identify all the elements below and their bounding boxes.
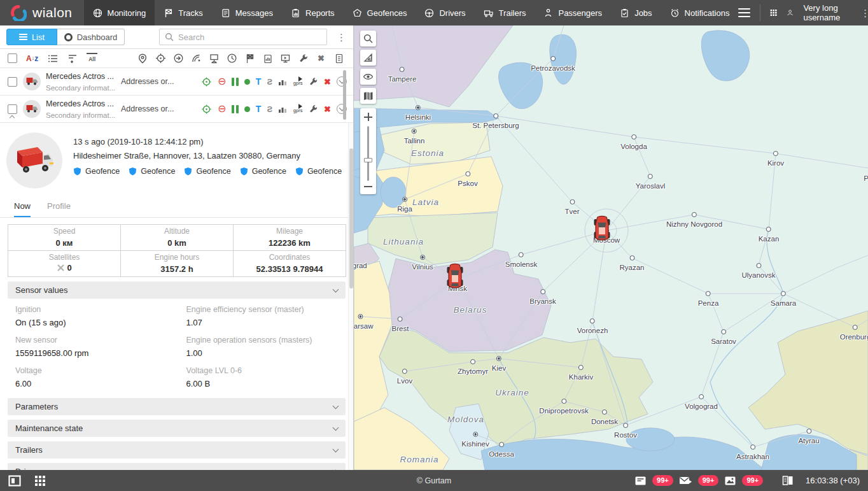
- geofence-chip[interactable]: Geofence: [73, 167, 120, 176]
- nav-label: Notifications: [685, 8, 730, 18]
- unit-settings-wrench-icon[interactable]: [309, 77, 318, 87]
- unit-row[interactable]: Mercedes Actros ... Secondary informat..…: [0, 96, 353, 123]
- gprs-state-icon[interactable]: gprs: [293, 104, 303, 113]
- log-legend-icon[interactable]: [782, 476, 794, 485]
- username-label[interactable]: Very long username: [803, 3, 849, 22]
- bottom-panel-toggle-icon[interactable]: [8, 475, 21, 487]
- zoom-slider-thumb[interactable]: [364, 158, 372, 162]
- messages-count-badge[interactable]: 99+: [698, 475, 719, 486]
- nav-trailers[interactable]: Trailers: [475, 0, 535, 25]
- zoom-out-button[interactable]: [364, 186, 372, 187]
- address-pin-icon[interactable]: [137, 53, 148, 64]
- text-command-icon[interactable]: T: [256, 104, 262, 114]
- unit-list-scrollbar[interactable]: [343, 70, 346, 120]
- data-time-icon[interactable]: [227, 53, 237, 64]
- section-parameters[interactable]: Parameters: [8, 398, 346, 415]
- map-search-button[interactable]: [360, 31, 376, 46]
- dashboard-view-tab[interactable]: Dashboard: [57, 29, 125, 45]
- nav-tracks[interactable]: Tracks: [155, 0, 212, 25]
- mail-icon[interactable]: [679, 476, 692, 486]
- nav-jobs[interactable]: Jobs: [611, 0, 661, 25]
- list-view-tab[interactable]: List: [6, 29, 57, 45]
- quick-report-icon[interactable]: [262, 53, 273, 64]
- nav-messages[interactable]: Messages: [212, 0, 282, 25]
- nav-drivers[interactable]: Drivers: [416, 0, 474, 25]
- remove-unit-icon[interactable]: ✖: [324, 77, 331, 87]
- sort-az-icon[interactable]: A↓z: [26, 53, 38, 64]
- section-label: Sensor values: [15, 285, 67, 295]
- section-sensor-values[interactable]: Sensor values: [8, 281, 346, 299]
- monitor-network-icon[interactable]: [209, 53, 220, 64]
- map-visibility-button[interactable]: [360, 69, 376, 85]
- zoom-in-button[interactable]: [364, 113, 372, 121]
- clear-list-icon[interactable]: ✖: [316, 53, 326, 64]
- quick-track-icon[interactable]: [244, 53, 255, 64]
- section-maintenance-state[interactable]: Maintenance state: [8, 420, 346, 437]
- unit-name[interactable]: Mercedes Actros ...: [46, 72, 114, 81]
- follow-unit-icon[interactable]: [155, 53, 166, 64]
- geofence-chip[interactable]: Geofence: [295, 167, 342, 176]
- panel-kebab-icon[interactable]: ⋮: [335, 32, 348, 42]
- media-count-badge[interactable]: 99+: [742, 475, 763, 486]
- map-canvas[interactable]: EstoniaLatviaLithuaniaBelarusUkraineMold…: [354, 25, 868, 470]
- motion-state-icon[interactable]: [232, 78, 239, 86]
- movement-direction-icon[interactable]: [173, 53, 184, 64]
- text-command-icon[interactable]: T: [256, 76, 262, 87]
- tab-now[interactable]: Now: [14, 201, 31, 217]
- select-all-checkbox[interactable]: [8, 53, 17, 63]
- unit-settings-wrench-icon[interactable]: [309, 104, 318, 114]
- unit-name[interactable]: Mercedes Actros ...: [46, 99, 114, 108]
- sensor-state-icon[interactable]: Ƨ: [267, 77, 272, 87]
- unit-row[interactable]: Mercedes Actros ... Secondary informat..…: [0, 68, 353, 96]
- geofence-chip[interactable]: Geofence: [129, 167, 175, 176]
- collapse-details-icon[interactable]: [10, 115, 15, 120]
- add-to-list-icon[interactable]: [67, 53, 78, 64]
- media-playback-icon[interactable]: [280, 53, 291, 64]
- user-icon[interactable]: [787, 7, 794, 18]
- detail-scrollbar[interactable]: [348, 123, 353, 470]
- nav-passengers[interactable]: Passengers: [535, 0, 611, 25]
- nav-reports[interactable]: Reports: [282, 0, 344, 25]
- geofence-chip[interactable]: Geofence: [184, 167, 230, 176]
- unit-properties-wrench-icon[interactable]: [298, 53, 309, 64]
- locate-on-map-icon[interactable]: [201, 76, 212, 87]
- tab-profile[interactable]: Profile: [47, 201, 71, 217]
- unit-checkbox[interactable]: [8, 104, 17, 114]
- media-image-icon[interactable]: [724, 476, 736, 486]
- sensor-state-icon[interactable]: Ƨ: [267, 104, 272, 114]
- remove-unit-icon[interactable]: ✖: [324, 104, 331, 114]
- motion-forbidden-icon[interactable]: ⊖: [218, 104, 226, 114]
- connection-state-icon[interactable]: [244, 79, 250, 85]
- section-drivers[interactable]: Drivers: [8, 463, 346, 470]
- notes-icon[interactable]: [634, 476, 647, 486]
- apps-grid-icon[interactable]: [770, 7, 777, 18]
- nav-notifications[interactable]: Notifications: [661, 0, 739, 25]
- gprs-state-icon[interactable]: gprs: [293, 77, 303, 86]
- locate-on-map-icon[interactable]: [201, 104, 212, 115]
- show-all-icon[interactable]: All: [87, 53, 97, 64]
- nav-geofences[interactable]: Geofences: [344, 0, 416, 25]
- vehicle-marker[interactable]: [447, 262, 464, 293]
- section-trailers[interactable]: Trailers: [8, 441, 346, 459]
- unit-checkbox[interactable]: [8, 77, 17, 87]
- notes-count-badge[interactable]: 99+: [652, 475, 673, 486]
- motion-state-icon[interactable]: [232, 105, 239, 113]
- geofence-chip[interactable]: Geofence: [240, 167, 286, 176]
- data-accuracy-icon[interactable]: [278, 105, 287, 113]
- map-layers-button[interactable]: [360, 88, 376, 104]
- unit-list-icon[interactable]: [47, 53, 58, 64]
- user-menu-kebab-icon[interactable]: ⋮: [858, 8, 868, 18]
- vehicle-marker[interactable]: [594, 215, 611, 245]
- map-measure-button[interactable]: [360, 50, 376, 66]
- nav-monitoring[interactable]: Monitoring: [84, 0, 155, 25]
- copy-list-icon[interactable]: [333, 53, 344, 64]
- apps-grid-icon[interactable]: [34, 475, 46, 487]
- zoom-slider[interactable]: [367, 126, 369, 181]
- search-input[interactable]: [178, 32, 321, 42]
- connection-quality-icon[interactable]: [191, 53, 202, 64]
- wialon-logo[interactable]: wialon: [0, 0, 84, 25]
- connection-state-icon[interactable]: [244, 106, 250, 112]
- data-accuracy-icon[interactable]: [278, 78, 287, 86]
- hamburger-menu-icon[interactable]: [738, 6, 750, 20]
- motion-forbidden-icon[interactable]: ⊖: [218, 76, 226, 87]
